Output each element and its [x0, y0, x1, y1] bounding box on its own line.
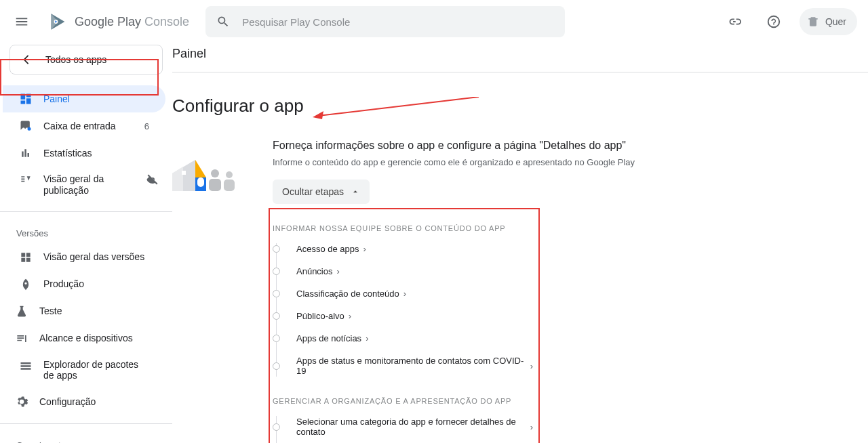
android-icon — [806, 15, 820, 28]
task-label: Acesso de apps — [296, 244, 359, 254]
svg-rect-13 — [209, 179, 221, 191]
task-label: Selecionar uma categoria do app e fornec… — [296, 417, 526, 437]
task-target-audience[interactable]: Público-alvo› — [273, 305, 533, 327]
sidebar-item-label: Alcance e dispositivos — [39, 333, 149, 344]
page-title: Configurar o app — [172, 91, 868, 123]
sidebar-item-release-overview[interactable]: Visão geral das versões — [3, 244, 165, 271]
link-icon — [727, 14, 742, 29]
devices-icon — [15, 332, 28, 345]
task-label: Anúncios — [296, 266, 332, 276]
sidebar-item-configuration[interactable]: Configuração — [0, 388, 165, 415]
hamburger-icon — [14, 14, 29, 29]
hamburger-menu[interactable] — [5, 5, 38, 38]
svg-marker-5 — [313, 111, 323, 119]
help-icon — [766, 14, 781, 29]
svg-rect-8 — [182, 171, 186, 175]
link-button[interactable] — [721, 8, 748, 35]
search-input[interactable] — [241, 16, 554, 28]
task-list-presentation: Selecionar uma categoria do app e fornec… — [273, 410, 533, 443]
search-box[interactable] — [205, 6, 565, 37]
play-console-logo-icon — [49, 12, 68, 31]
arrow-left-icon — [21, 53, 35, 66]
sidebar-section-growth: Crescimento ▾ Presença na loja Versão pr… — [0, 423, 172, 443]
chevron-right-icon: › — [349, 311, 351, 321]
svg-point-14 — [226, 171, 233, 178]
setup-illustration — [172, 140, 245, 193]
chevron-right-icon: › — [403, 289, 406, 299]
rocket-icon — [19, 278, 33, 291]
help-button[interactable] — [760, 8, 787, 35]
sidebar-item-label: Visão geral da publicação — [43, 173, 149, 196]
svg-rect-11 — [197, 177, 204, 187]
svg-point-12 — [211, 169, 219, 177]
task-group-heading: INFORMAR NOSSA EQUIPE SOBRE O CONTEÚDO D… — [273, 224, 533, 232]
grid-icon — [19, 251, 33, 264]
sidebar-item-painel[interactable]: Painel — [3, 85, 165, 112]
task-status-dot — [273, 290, 280, 297]
logo: Google Play Console — [49, 12, 189, 31]
hide-steps-label: Ocultar etapas — [282, 186, 344, 197]
sidebar-item-label: Visão geral das versões — [43, 251, 149, 263]
bundle-explorer-icon — [19, 359, 33, 373]
task-status-dot — [273, 335, 280, 342]
flask-icon — [15, 305, 28, 318]
search-icon — [216, 15, 230, 28]
task-ads[interactable]: Anúncios› — [273, 260, 533, 282]
account-label: Quer — [825, 16, 846, 27]
setup-section-title: Forneça informações sobre o app e config… — [273, 140, 868, 152]
all-apps-label: Todos os apps — [45, 54, 106, 65]
task-status-dot — [273, 423, 280, 431]
sidebar-heading-versions: Versões — [0, 222, 172, 244]
sidebar-item-label: Estatísticas — [43, 148, 149, 159]
task-label: Apps de status e monitoramento de contat… — [296, 356, 526, 376]
task-status-dot — [273, 362, 280, 370]
inbox-count-badge: 6 — [144, 121, 149, 131]
sidebar-item-inbox[interactable]: Caixa de entrada 6 — [3, 112, 165, 140]
sidebar-item-label: Produção — [43, 278, 149, 290]
sidebar-item-label: Painel — [43, 93, 149, 105]
task-covid-apps[interactable]: Apps de status e monitoramento de contat… — [273, 350, 533, 382]
sidebar: Todos os apps Painel Caixa de entrada 6 … — [0, 43, 172, 443]
sidebar-item-label: Explorador de pacotes de apps — [43, 359, 149, 382]
sidebar-item-label: Teste — [39, 305, 149, 317]
dashboard-icon — [19, 92, 33, 106]
chevron-right-icon: › — [530, 422, 533, 432]
task-status-dot — [273, 268, 280, 275]
account-chip[interactable]: Quer — [800, 8, 857, 35]
publish-overview-icon — [19, 173, 33, 187]
svg-marker-9 — [195, 160, 206, 177]
sidebar-section-app: Painel Caixa de entrada 6 Estatísticas V… — [0, 83, 172, 206]
sidebar-item-publishing-overview[interactable]: Visão geral da publicação — [3, 167, 165, 203]
sidebar-item-production[interactable]: Produção — [3, 271, 165, 298]
setup-section-subtitle: Informe o conteúdo do app e gerencie com… — [273, 157, 868, 167]
task-list-content: Acesso de apps› Anúncios› Classificação … — [273, 238, 533, 382]
all-apps-button[interactable]: Todos os apps — [9, 45, 163, 75]
task-content-rating[interactable]: Classificação de conteúdo› — [273, 282, 533, 305]
svg-rect-15 — [224, 180, 235, 191]
sidebar-item-reach[interactable]: Alcance e dispositivos — [0, 325, 165, 352]
svg-point-3 — [28, 127, 31, 131]
chevron-right-icon: › — [366, 333, 368, 343]
chevron-right-icon: › — [363, 244, 366, 254]
sidebar-item-testing[interactable]: Teste — [0, 298, 165, 325]
chevron-up-icon — [351, 187, 360, 196]
task-category-contact[interactable]: Selecionar uma categoria do app e fornec… — [273, 410, 533, 443]
breadcrumb: Painel — [172, 43, 868, 62]
task-news-apps[interactable]: Apps de notícias› — [273, 327, 533, 350]
annotation-arrow — [313, 91, 482, 123]
chevron-right-icon: › — [530, 361, 533, 371]
task-app-access[interactable]: Acesso de apps› — [273, 238, 533, 260]
task-label: Classificação de conteúdo — [296, 289, 399, 299]
visibility-off-icon — [146, 173, 159, 188]
stats-icon — [19, 146, 33, 160]
task-status-dot — [273, 245, 280, 253]
divider — [172, 72, 868, 72]
sidebar-item-bundle-explorer[interactable]: Explorador de pacotes de apps — [3, 352, 165, 389]
sidebar-item-stats[interactable]: Estatísticas — [3, 140, 165, 167]
inbox-icon — [19, 119, 33, 133]
gear-icon — [15, 395, 28, 408]
task-label: Público-alvo — [296, 311, 344, 321]
hide-steps-button[interactable]: Ocultar etapas — [273, 180, 370, 204]
sidebar-heading-growth: Crescimento — [0, 434, 172, 443]
sidebar-item-label: Configuração — [39, 396, 149, 408]
